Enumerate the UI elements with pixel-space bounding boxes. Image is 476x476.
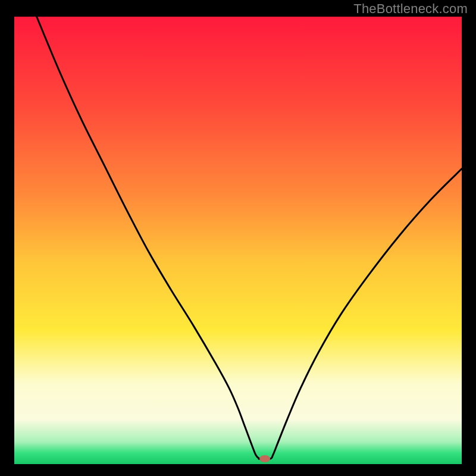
bottleneck-chart xyxy=(14,17,462,464)
chart-frame: TheBottleneck.com xyxy=(0,0,476,476)
watermark-text: TheBottleneck.com xyxy=(353,1,468,17)
plot-area xyxy=(14,17,462,464)
bottleneck-marker xyxy=(259,455,270,462)
